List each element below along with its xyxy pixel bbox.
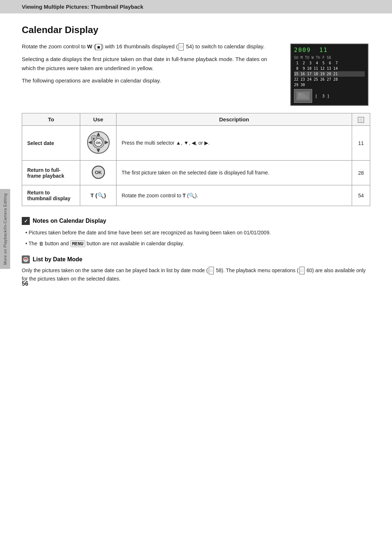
cal-page-indicator: [ 3 ]	[315, 94, 330, 98]
cal-week3: 15 16 17 18 19 20 21	[294, 71, 365, 77]
svg-text:▶: ▶	[93, 137, 95, 140]
trash-icon: 🗑	[39, 241, 44, 246]
content-area: Calendar Display Rotate the zoom control…	[0, 13, 392, 294]
intro-para-1: Rotate the zoom control to W (■) with 16…	[22, 42, 279, 51]
cal-week1: 1 2 3 4 5 6 7	[294, 60, 365, 66]
col-header-description: Description	[117, 113, 352, 126]
list-date-icon: 📅	[22, 255, 30, 263]
notes-section: ✓ Notes on Calendar Display Pictures tak…	[22, 217, 370, 248]
cal-week2: 8 9 10 11 12 13 14	[294, 66, 365, 71]
note-item-2: The 🗑 button and MENU button are not ava…	[25, 239, 370, 248]
side-tab: More on Playback/In-Camera Editing	[0, 189, 10, 269]
notes-list: Pictures taken before the date and time …	[22, 229, 370, 248]
notes-heading: Notes on Calendar Display	[33, 218, 106, 224]
t-control-label: T (🔍)	[90, 192, 106, 198]
list-by-date-heading: List by Date Mode	[33, 256, 82, 263]
cal-week5: 29 30	[294, 82, 365, 88]
row1-to: Select date	[22, 126, 80, 161]
intro-row: Rotate the zoom control to W (■) with 16…	[22, 42, 370, 106]
header-title: Viewing Multiple Pictures: Thumbnail Pla…	[22, 4, 143, 10]
col-header-to: To	[22, 113, 80, 126]
cal-thumbnail	[294, 89, 312, 103]
row3-to: Return tothumbnail display	[22, 185, 80, 206]
list-by-date-section: 📅 List by Date Mode Only the pictures ta…	[22, 255, 370, 284]
cal-grid: SU M TU W Th F Sß 1 2 3 4 5 6 7 8 9 10 1…	[294, 55, 365, 88]
table-row: Return tothumbnail display T (🔍) Rotate …	[22, 185, 370, 206]
row2-use: OK	[80, 161, 117, 185]
row3-use: T (🔍)	[80, 185, 117, 206]
svg-text:📅: 📅	[24, 258, 28, 262]
table-header-row: To Use Description □	[22, 113, 370, 126]
page: Viewing Multiple Pictures: Thumbnail Pla…	[0, 0, 392, 540]
multi-selector-icon: OK ▶	[86, 130, 111, 155]
calendar-preview: 2009 11 SU M TU W Th F Sß 1 2 3 4 5 6 7 …	[290, 44, 370, 106]
note-item-1: Pictures taken before the date and time …	[25, 229, 370, 237]
row1-ref: 11	[352, 126, 370, 161]
svg-text:OK: OK	[95, 170, 102, 175]
menu-text: MENU	[70, 240, 85, 247]
table-row: Select date OK	[22, 126, 370, 161]
list-date-svg-icon: 📅	[22, 256, 29, 263]
row2-description: The first picture taken on the selected …	[117, 161, 352, 185]
intro-para-2: Selecting a date displays the first pict…	[22, 55, 279, 73]
cal-days-header: SU M TU W Th F Sß	[294, 55, 365, 60]
row3-ref: 54	[352, 185, 370, 206]
calendar-image: 2009 11 SU M TU W Th F Sß 1 2 3 4 5 6 7 …	[290, 44, 368, 106]
side-tab-label: More on Playback/In-Camera Editing	[3, 193, 7, 265]
table-header: To Use Description □	[22, 113, 370, 126]
list-by-date-title: 📅 List by Date Mode	[22, 255, 370, 263]
table-body: Select date OK	[22, 126, 370, 206]
ok-button-icon: OK	[91, 165, 106, 180]
list-by-date-text: Only the pictures taken on the same date…	[22, 266, 370, 284]
row3-description: Rotate the zoom control to T (🔍).	[117, 185, 352, 206]
row2-ref: 28	[352, 161, 370, 185]
page-number: 56	[22, 281, 28, 287]
table-row: Return to full-frame playback OK The fir…	[22, 161, 370, 185]
cal-thumb-row: [ 3 ]	[294, 89, 365, 103]
col-header-use: Use	[80, 113, 117, 126]
row1-use: OK ▶	[80, 126, 117, 161]
cal-week4: 22 23 24 25 26 27 28	[294, 77, 365, 82]
col-header-ref: □	[352, 113, 370, 126]
intro-text: Rotate the zoom control to W (■) with 16…	[22, 42, 279, 106]
section-title: Calendar Display	[22, 24, 370, 36]
operations-table: To Use Description □ Select date	[22, 113, 370, 206]
intro-para-3: The following operations are available i…	[22, 76, 279, 85]
notes-title: ✓ Notes on Calendar Display	[22, 217, 370, 225]
header-bar: Viewing Multiple Pictures: Thumbnail Pla…	[0, 0, 392, 13]
row1-description: Press the multi selector ▲, ▼, ◀, or ▶.	[117, 126, 352, 161]
notes-icon: ✓	[22, 217, 30, 225]
row2-to: Return to full-frame playback	[22, 161, 80, 185]
svg-text:OK: OK	[96, 141, 101, 145]
thumbnail-image-svg	[295, 90, 311, 102]
cal-year-month: 2009 11	[294, 47, 365, 53]
